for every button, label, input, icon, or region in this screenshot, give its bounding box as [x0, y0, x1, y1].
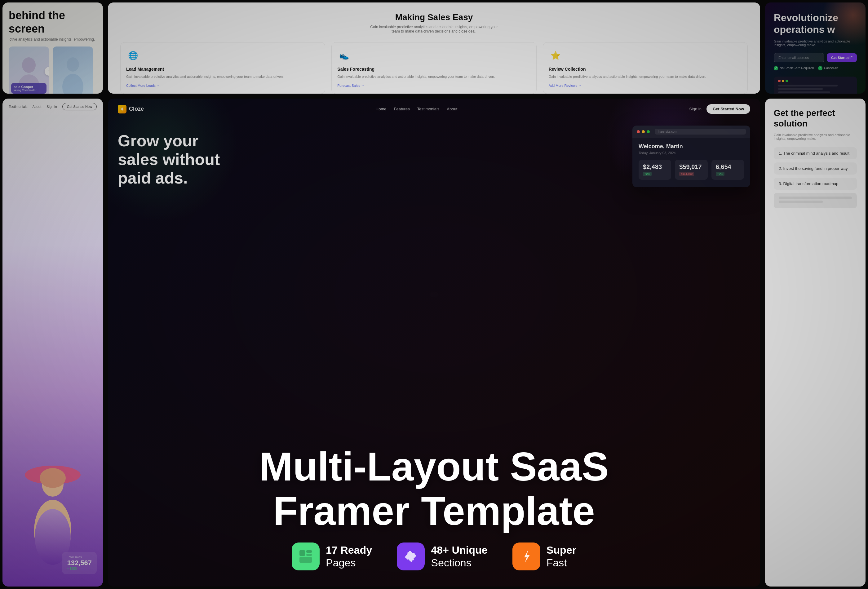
feat-desc-1: Gain invaluable predictive analytics and… [337, 74, 530, 79]
feat-link-1[interactable]: Forecast Sales → [337, 84, 530, 87]
pages-label: Pages [326, 557, 372, 568]
cloze-nav-testimonials[interactable]: Testimonials [417, 107, 440, 111]
cloze-nav-home[interactable]: Home [376, 107, 387, 111]
sales-badge-label: Total sales [67, 555, 92, 559]
bottom-left-nav: Testimonials About Sign in Get Started N… [3, 99, 103, 115]
cloze-logo-text: Cloze [129, 106, 144, 112]
feat-title-2: Review Collection [549, 66, 742, 72]
dash-dot-red [637, 130, 640, 133]
card-top-right: Revolutionize operations w Gain invaluab… [765, 3, 865, 94]
stat-change-2: +0% [716, 172, 725, 176]
email-input[interactable]: Enter email address [774, 53, 824, 62]
section-title: Making Sales Easy [395, 12, 473, 22]
avatar-label-1: ssie Cooper keting Coordinator [11, 83, 46, 94]
stat-change-1: +$14,400 [679, 172, 694, 176]
sales-forecasting-icon: 👟 [337, 49, 351, 62]
nav-signin[interactable]: Sign in [46, 105, 57, 108]
fast-number: Super [546, 544, 576, 556]
feature-item-pages: 17 Ready Pages [292, 542, 372, 570]
dashboard-welcome: Welcome, Martin [639, 143, 744, 150]
features-row: 🌐 Lead Management Gain invaluable predic… [120, 42, 748, 94]
dashboard-content: Welcome, Martin Today, January 03, 2024 … [632, 138, 750, 185]
dashboard-stats: $2,483 +2% $59,017 +$14,400 6,654 +0% [639, 159, 744, 180]
check-icon-2: ✓ [818, 66, 822, 70]
avatar-2 [53, 46, 93, 94]
preview-line-3 [778, 92, 830, 93]
stat-value-2: 6,654 [716, 163, 740, 170]
fast-text: Super Fast [546, 544, 576, 569]
dark-preview-strip [774, 77, 857, 94]
stat-value-0: $2,483 [643, 163, 667, 170]
lightning-icon [519, 549, 534, 564]
cloze-nav-features[interactable]: Features [394, 107, 410, 111]
feat-link-0[interactable]: Collect More Leads → [126, 84, 319, 87]
feat-link-2[interactable]: Add More Reviews → [549, 84, 742, 87]
rev-subtitle: Gain invaluable predictive analytics and… [774, 39, 857, 47]
svg-rect-12 [306, 554, 312, 556]
cloze-hero: Grow your sales without paid ads. hypers… [108, 120, 760, 195]
fast-label: Fast [546, 557, 576, 568]
cloze-nav: ✳ Cloze Home Features Testimonials About… [108, 99, 760, 120]
feature-item-fast: Super Fast [512, 542, 576, 570]
solution-item-1: 1. The criminal mind analysis and result [774, 147, 857, 159]
sections-label: Sections [431, 557, 487, 568]
section-subtitle: Gain invaluable predictive analytics and… [369, 25, 499, 34]
feat-title-1: Sales Forecasting [337, 66, 530, 72]
avatar-1: ssie Cooper keting Coordinator › [9, 46, 49, 94]
fast-icon [512, 542, 540, 570]
card-bottom-right: Get the perfect solution Gain invaluable… [765, 99, 865, 586]
svg-point-2 [66, 58, 79, 72]
pages-number: 17 Ready [326, 544, 372, 556]
stat-0: $2,483 +2% [639, 159, 671, 180]
rev-title: Revolutionize operations w [774, 12, 857, 35]
svg-point-3 [62, 74, 83, 94]
avatars-row: ssie Cooper keting Coordinator › [9, 46, 97, 94]
top-left-subtitle: ictive analytics and actionable insights… [9, 37, 97, 41]
cloze-get-started-button[interactable]: Get Started Now [707, 104, 750, 114]
check-item-1: ✓ No Credit Card Required [774, 66, 814, 70]
dashboard-date: Today, January 03, 2024 [639, 151, 744, 155]
cloze-logo-icon: ✳ [118, 105, 127, 114]
cloze-dashboard: hypersite.com Welcome, Martin Today, Jan… [632, 125, 750, 187]
dot-yellow [782, 80, 784, 82]
cloze-hero-title: Grow your sales without paid ads. [118, 132, 623, 187]
main-title: Multi-Layout SaaS Framer Template [260, 444, 609, 533]
cloze-signin[interactable]: Sign in [689, 107, 701, 111]
nav-links: Testimonials About [9, 105, 41, 108]
feat-desc-0: Gain invaluable predictive analytics and… [126, 74, 319, 79]
svg-rect-11 [306, 550, 312, 553]
sales-badge-value: 132,567 [67, 559, 92, 567]
sales-badge: Total sales 132,567 + $200 [62, 552, 97, 574]
feature-lead-management: 🌐 Lead Management Gain invaluable predic… [120, 42, 325, 94]
ghost-line-1 [779, 196, 852, 199]
solution-subtitle: Gain invaluable predictive analytics and… [774, 133, 857, 140]
review-collection-icon: ⭐ [549, 49, 562, 62]
svg-rect-10 [300, 550, 305, 556]
cloze-nav-about[interactable]: About [447, 107, 457, 111]
nav-about[interactable]: About [32, 105, 41, 108]
solution-item-3: 3. Digital transformation roadmap [774, 178, 857, 190]
card-top-left: behind the screen ictive analytics and a… [3, 3, 103, 94]
ghost-line-2 [779, 201, 823, 203]
pages-text: 17 Ready Pages [326, 544, 372, 569]
svg-point-0 [22, 58, 35, 73]
get-started-now-button[interactable]: Get Started Now [62, 103, 97, 110]
feat-desc-2: Gain invaluable predictive analytics and… [549, 74, 742, 79]
solution-item-ghost-1 [774, 193, 857, 208]
dashboard-top-bar: hypersite.com [632, 125, 750, 138]
dash-dot-green [647, 130, 650, 133]
solution-title: Get the perfect solution [774, 108, 857, 128]
dot-red [778, 80, 781, 82]
window-dots [778, 80, 852, 82]
check-icon-1: ✓ [774, 66, 778, 70]
bottom-features-bar: 17 Ready Pages 48+ Unique Sections Super… [217, 527, 651, 589]
dash-dot-yellow [642, 130, 645, 133]
get-started-button[interactable]: Get Started F [827, 53, 857, 62]
nav-testimonials[interactable]: Testimonials [9, 105, 28, 108]
cloze-nav-actions: Sign in Get Started Now [689, 104, 750, 114]
cloze-hero-text: Grow your sales without paid ads. [118, 125, 623, 187]
svg-rect-13 [300, 557, 312, 562]
top-left-title: behind the screen [9, 9, 97, 35]
feature-sales-forecasting: 👟 Sales Forecasting Gain invaluable pred… [331, 42, 536, 94]
lead-management-icon: 🌐 [126, 49, 140, 62]
